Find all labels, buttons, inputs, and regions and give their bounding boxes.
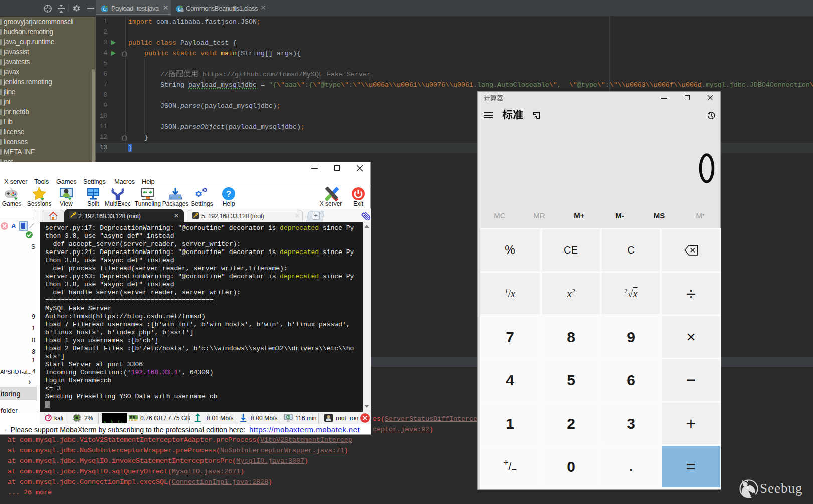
svg-text:?: ?	[226, 189, 231, 199]
